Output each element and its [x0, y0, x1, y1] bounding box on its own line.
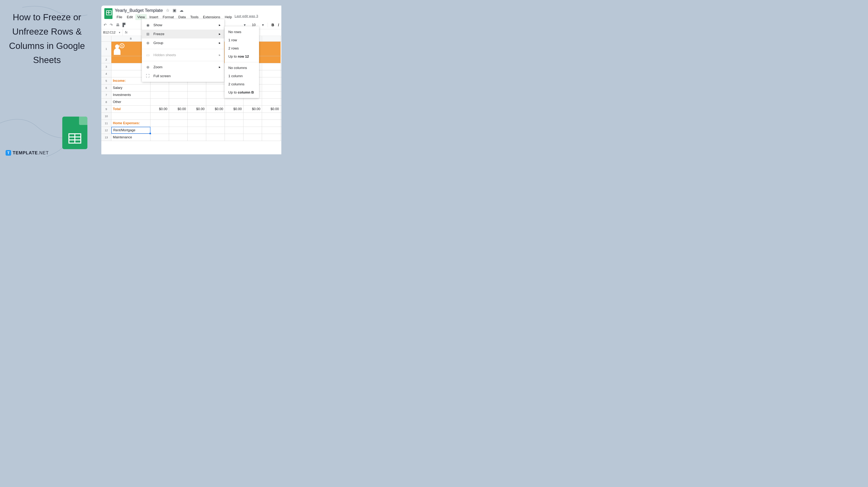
row-header-6[interactable]: 6 — [101, 84, 112, 91]
row-header-5[interactable]: 5 — [101, 78, 112, 84]
row-header-4[interactable]: 4 — [101, 70, 112, 77]
sheets-logo-large — [62, 117, 87, 149]
cell-total-val[interactable]: $0.00 — [150, 105, 169, 113]
cell-total-val[interactable]: $0.00 — [262, 105, 281, 113]
star-icon[interactable]: ☆ — [166, 8, 169, 13]
submenu-arrow-icon: ▶ — [219, 54, 220, 56]
freeze-icon: ⊞ — [146, 32, 150, 36]
template-icon: T — [6, 150, 11, 156]
cell-salary[interactable]: Salary — [112, 84, 150, 91]
dropdown-arrow-icon[interactable]: ▾ — [262, 23, 264, 27]
eye-icon: ◉ — [146, 23, 150, 27]
row-header-3[interactable]: 3 — [101, 63, 112, 70]
budget-person-icon: $ — [113, 43, 125, 55]
move-folder-icon[interactable]: ▣ — [173, 8, 177, 13]
document-title[interactable]: Yearly_Budget Template — [115, 8, 163, 13]
freeze-up-to-column[interactable]: Up to column B — [225, 88, 259, 96]
col-header[interactable] — [262, 36, 281, 41]
menu-item-fullscreen[interactable]: ⛶ Full screen — [142, 71, 224, 80]
menu-edit[interactable]: Edit — [125, 14, 135, 20]
row-header-2[interactable]: 2 — [101, 56, 112, 63]
brand-name-1: TEMPLATE — [13, 150, 38, 155]
cell-total-val[interactable]: $0.00 — [243, 105, 262, 113]
selection-handle[interactable] — [150, 133, 151, 134]
template-net-brand: T TEMPLATE.NET — [6, 150, 49, 156]
submenu-arrow-icon: ▶ — [219, 24, 220, 26]
left-info-panel: How to Freeze or Unfreeze Rows & Columns… — [0, 0, 94, 160]
freeze-2-columns[interactable]: 2 columns — [225, 80, 259, 88]
row-header-10[interactable]: 10 — [101, 113, 112, 120]
name-box[interactable]: B12:C12 ▼ — [101, 29, 123, 36]
menu-item-zoom[interactable]: ⊕ Zoom ▶ — [142, 63, 224, 71]
menu-help[interactable]: Help — [223, 14, 234, 20]
redo-icon[interactable]: ↷ — [110, 23, 113, 27]
last-edit-link[interactable]: Last edit was 3 — [235, 14, 258, 20]
menu-item-freeze[interactable]: ⊞ Freeze ▶ — [142, 30, 224, 38]
row-header-1[interactable]: 1 — [101, 42, 112, 56]
cell-total-val[interactable]: $0.00 — [225, 105, 243, 113]
sheets-app-icon[interactable] — [104, 8, 113, 19]
cell-total-val[interactable]: $0.00 — [206, 105, 225, 113]
cell-rent-selected[interactable]: Rent/Mortgage — [112, 127, 150, 134]
row-header-9[interactable]: 9 — [101, 105, 112, 113]
brand-name-2: .NET — [38, 150, 49, 155]
undo-icon[interactable]: ↶ — [103, 23, 107, 27]
cell-total-val[interactable]: $0.00 — [188, 105, 206, 113]
row-header-8[interactable]: 8 — [101, 98, 112, 105]
row-header-11[interactable]: 11 — [101, 120, 112, 127]
freeze-up-to-row[interactable]: Up to row 12 — [225, 53, 259, 61]
freeze-no-columns[interactable]: No columns — [225, 64, 259, 72]
menu-item-hidden-sheets: ▭ Hidden sheets ▶ — [142, 51, 224, 60]
row-header-13[interactable]: 13 — [101, 134, 112, 141]
menu-file[interactable]: File — [115, 14, 124, 20]
paint-format-icon[interactable]: ▛ — [123, 23, 125, 27]
select-all-corner[interactable] — [101, 36, 112, 41]
freeze-1-column[interactable]: 1 column — [225, 72, 259, 80]
fullscreen-icon: ⛶ — [146, 74, 150, 78]
cell-maintenance[interactable]: Maintenance — [112, 134, 150, 141]
formula-bar-fx: fx — [123, 30, 130, 34]
italic-button[interactable]: I — [278, 23, 279, 27]
submenu-arrow-icon: ▶ — [219, 33, 220, 35]
hidden-sheets-icon: ▭ — [146, 53, 150, 57]
bold-button[interactable]: B — [272, 23, 274, 27]
freeze-submenu: No rows 1 row 2 rows Up to row 12 No col… — [225, 26, 259, 98]
submenu-arrow-icon: ▶ — [219, 42, 220, 44]
menu-item-show[interactable]: ◉ Show ▶ — [142, 21, 224, 30]
freeze-2-rows[interactable]: 2 rows — [225, 44, 259, 53]
view-dropdown-menu: ◉ Show ▶ ⊞ Freeze ▶ ⊕ Group ▶ ▭ Hidden s… — [142, 19, 224, 82]
cell-total[interactable]: Total — [112, 105, 150, 113]
row-header-12[interactable]: 12 — [101, 127, 112, 134]
freeze-1-row[interactable]: 1 row — [225, 36, 259, 44]
print-icon[interactable]: 🖶 — [116, 23, 120, 27]
submenu-arrow-icon: ▶ — [219, 66, 220, 68]
cell-total-val[interactable]: $0.00 — [169, 105, 188, 113]
cell-investments[interactable]: Investments — [112, 91, 150, 98]
zoom-icon: ⊕ — [146, 65, 150, 69]
tutorial-title: How to Freeze or Unfreeze Rows & Columns… — [8, 10, 86, 67]
menu-item-group[interactable]: ⊕ Group ▶ — [142, 38, 224, 48]
group-icon: ⊕ — [146, 41, 150, 45]
row-header-7[interactable]: 7 — [101, 91, 112, 98]
freeze-no-rows[interactable]: No rows — [225, 28, 259, 36]
cell-other[interactable]: Other — [112, 98, 150, 105]
cell-home-expenses[interactable]: Home Expenses: — [112, 120, 150, 127]
cloud-saved-icon: ☁ — [180, 8, 184, 13]
chevron-down-icon[interactable]: ▼ — [119, 31, 121, 34]
